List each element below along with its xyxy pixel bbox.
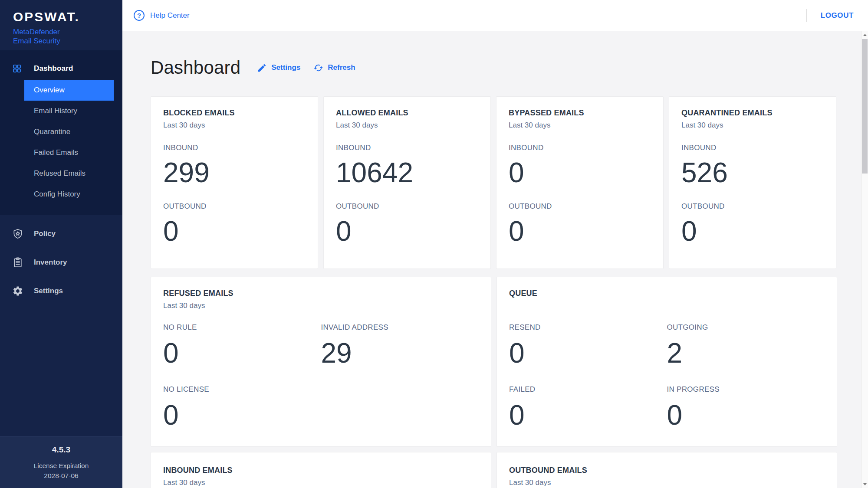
dashboard-grid-icon — [12, 64, 22, 73]
sidebar-item-inventory[interactable]: Inventory — [0, 248, 122, 277]
clipboard-icon — [12, 257, 23, 268]
card-subtitle: Last 30 days — [509, 121, 651, 130]
metric-value: 0 — [163, 337, 321, 369]
sidebar-nav: Dashboard Overview Email History Quarant… — [0, 50, 122, 305]
metric-label: IN PROGRESS — [667, 385, 825, 394]
card-title: QUARANTINED EMAILS — [681, 108, 824, 118]
sidebar-item-dashboard[interactable]: Dashboard — [0, 57, 122, 80]
refresh-icon — [313, 63, 323, 73]
sidebar-item-label: Policy — [34, 229, 56, 238]
sidebar-item-refused-emails[interactable]: Refused Emails — [24, 163, 114, 184]
metric-label: RESEND — [509, 323, 667, 332]
metric-value: 0 — [667, 399, 825, 431]
inbound-emails-card: INBOUND EMAILS Last 30 days — [151, 452, 491, 488]
wide-card-row: REFUSED EMAILS Last 30 days NO RULE 0 IN… — [151, 277, 861, 447]
metric-label: OUTBOUND — [163, 202, 306, 211]
card-title: INBOUND EMAILS — [163, 465, 479, 475]
brand-block: OPSWAT. MetaDefender Email Security — [0, 0, 122, 50]
card-subtitle: Last 30 days — [681, 121, 824, 130]
bottom-card-row: INBOUND EMAILS Last 30 days OUTBOUND EMA… — [151, 452, 861, 488]
scroll-up-arrow[interactable] — [861, 31, 868, 39]
dashboard-refresh-button[interactable]: Refresh — [313, 63, 355, 73]
metric-value: 0 — [681, 215, 824, 247]
nav-sections: Policy Inventory Setting — [0, 215, 122, 305]
metric-cell: NO LICENSE 0 — [163, 385, 321, 431]
sidebar-item-label: Inventory — [34, 258, 67, 267]
metric-value: 0 — [509, 157, 651, 189]
sidebar-item-label: Dashboard — [34, 64, 73, 73]
license-expiration-date: 2028-07-06 — [0, 472, 122, 480]
metric-label: OUTBOUND — [336, 202, 478, 211]
vertical-scrollbar[interactable] — [861, 31, 868, 488]
topbar: ? Help Center LOGOUT — [122, 0, 868, 31]
sidebar-item-settings[interactable]: Settings — [0, 277, 122, 305]
sidebar-item-policy[interactable]: Policy — [0, 219, 122, 248]
settings-action-label: Settings — [271, 63, 300, 72]
submenu-label: Email History — [34, 107, 77, 115]
sidebar-item-email-history[interactable]: Email History — [24, 101, 114, 121]
metric-cell: OUTGOING 2 — [667, 323, 825, 369]
product-name: MetaDefender Email Security — [13, 27, 79, 46]
sidebar-item-label: Settings — [34, 287, 63, 295]
card-subtitle: Last 30 days — [336, 121, 478, 130]
metric-label: INBOUND — [509, 143, 651, 152]
metric-cell: INVALID ADDRESS 29 — [321, 323, 479, 369]
opswat-logo: OPSWAT. — [13, 10, 122, 24]
stat-card-blocked-emails: BLOCKED EMAILS Last 30 days INBOUND 299 … — [151, 96, 318, 269]
card-title: ALLOWED EMAILS — [336, 108, 478, 118]
logout-button[interactable]: LOGOUT — [821, 11, 854, 20]
scrollbar-thumb[interactable] — [862, 39, 868, 174]
stat-card-allowed-emails: ALLOWED EMAILS Last 30 days INBOUND 1064… — [323, 96, 491, 269]
submenu-label: Config History — [34, 190, 80, 198]
sidebar-item-config-history[interactable]: Config History — [24, 184, 114, 205]
main-content: Dashboard Settings Refresh BLOCKED EMAIL… — [122, 31, 861, 488]
shield-star-icon — [12, 228, 23, 239]
metric-value: 2 — [667, 337, 825, 369]
topbar-right: LOGOUT — [806, 9, 854, 22]
help-center-link[interactable]: ? Help Center — [134, 10, 190, 21]
submenu-label: Failed Emails — [34, 148, 78, 157]
metric-cell: IN PROGRESS 0 — [667, 385, 825, 431]
sidebar-item-overview[interactable]: Overview — [24, 80, 114, 101]
metric-value: 0 — [163, 399, 321, 431]
metric-label: INBOUND — [163, 143, 306, 152]
metric-value: 0 — [509, 337, 667, 369]
metric-label: NO LICENSE — [163, 385, 321, 394]
refresh-action-label: Refresh — [328, 63, 355, 72]
metric-cell-empty — [321, 385, 479, 431]
card-subtitle-empty — [509, 301, 825, 311]
metric-value: 526 — [681, 157, 824, 189]
submenu-label: Overview — [34, 86, 65, 94]
metric-label: NO RULE — [163, 323, 321, 332]
dashboard-submenu: Overview Email History Quarantine Failed… — [0, 80, 122, 205]
metric-cell: FAILED 0 — [509, 385, 667, 431]
card-title: OUTBOUND EMAILS — [509, 465, 825, 475]
page-title: Dashboard — [151, 57, 240, 78]
pencil-icon — [257, 63, 267, 73]
vertical-divider — [806, 9, 807, 22]
metric-value: 0 — [509, 215, 651, 247]
scroll-down-arrow[interactable] — [861, 481, 868, 488]
outbound-emails-card: OUTBOUND EMAILS Last 30 days — [496, 452, 837, 488]
metrics-grid: NO RULE 0 INVALID ADDRESS 29 NO LICENSE … — [163, 323, 479, 431]
sidebar-item-quarantine[interactable]: Quarantine — [24, 121, 114, 142]
metric-value: 0 — [336, 215, 478, 247]
dashboard-settings-button[interactable]: Settings — [257, 63, 300, 73]
metric-label: INBOUND — [681, 143, 824, 152]
stat-card-row: BLOCKED EMAILS Last 30 days INBOUND 299 … — [151, 96, 861, 269]
submenu-label: Refused Emails — [34, 169, 85, 177]
card-title: REFUSED EMAILS — [163, 288, 479, 298]
metric-cell: NO RULE 0 — [163, 323, 321, 369]
card-subtitle: Last 30 days — [163, 301, 479, 311]
metric-value: 29 — [321, 337, 479, 369]
help-center-label: Help Center — [150, 11, 190, 20]
metric-value: 0 — [163, 215, 306, 247]
metric-value: 0 — [509, 399, 667, 431]
card-subtitle: Last 30 days — [509, 478, 825, 488]
metric-cell: RESEND 0 — [509, 323, 667, 369]
metrics-grid: RESEND 0 OUTGOING 2 FAILED 0 IN PROGRESS… — [509, 323, 825, 431]
card-title: BLOCKED EMAILS — [163, 108, 306, 118]
metric-value: 10642 — [336, 157, 478, 189]
sidebar-item-failed-emails[interactable]: Failed Emails — [24, 142, 114, 163]
stat-card-bypassed-emails: BYPASSED EMAILS Last 30 days INBOUND 0 O… — [496, 96, 664, 269]
